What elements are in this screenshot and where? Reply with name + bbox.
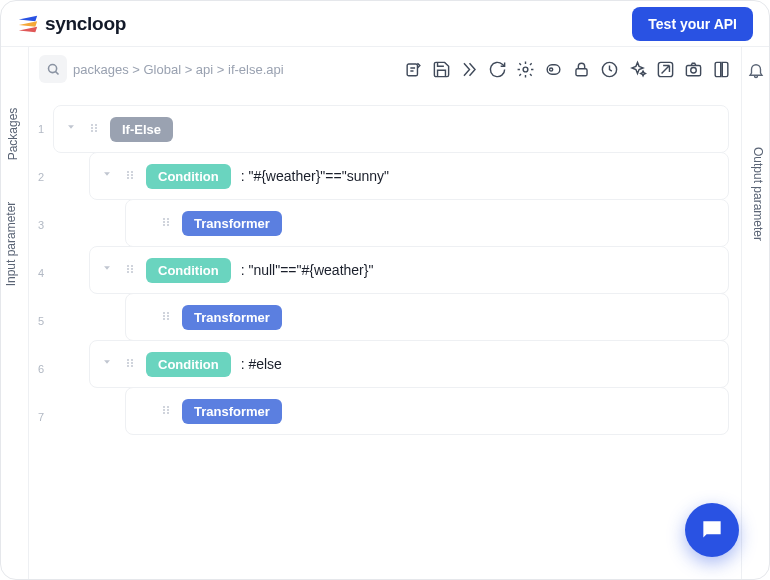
drag-handle-icon[interactable]	[124, 167, 136, 185]
edit-note-icon[interactable]	[404, 60, 423, 79]
svg-point-44	[131, 362, 133, 364]
line-number: 3	[29, 201, 53, 249]
chat-fab-button[interactable]	[685, 503, 739, 557]
svg-point-31	[127, 268, 129, 270]
svg-point-17	[127, 171, 129, 173]
line-number: 5	[29, 297, 53, 345]
svg-point-29	[127, 265, 129, 267]
condition-chip: Condition	[146, 258, 231, 283]
packages-tab[interactable]: Packages	[6, 108, 20, 161]
drag-handle-icon[interactable]	[124, 261, 136, 279]
svg-point-49	[163, 409, 165, 411]
svg-point-13	[91, 127, 93, 129]
svg-point-24	[167, 218, 169, 220]
svg-point-5	[550, 67, 553, 70]
test-api-button[interactable]: Test your API	[632, 7, 753, 41]
svg-point-38	[167, 315, 169, 317]
svg-rect-2	[407, 63, 417, 75]
notifications-button[interactable]	[747, 61, 765, 83]
svg-point-27	[163, 224, 165, 226]
svg-point-23	[163, 218, 165, 220]
svg-point-15	[91, 130, 93, 132]
toolbar: packages > Global > api > if-else.api	[29, 47, 741, 91]
svg-point-33	[127, 271, 129, 273]
svg-point-50	[167, 409, 169, 411]
svg-line-1	[55, 71, 58, 74]
condition-expression: : "null"=="#{weather}"	[241, 262, 374, 278]
chevron-down-icon[interactable]	[100, 167, 114, 185]
left-rail: Packages Input parameter	[1, 47, 29, 579]
svg-point-20	[131, 174, 133, 176]
condition-chip: Condition	[146, 164, 231, 189]
flow-row-condition[interactable]: Condition : "#{weather}"=="sunny"	[89, 152, 729, 200]
svg-point-32	[131, 268, 133, 270]
flow-row-transformer[interactable]: Transformer	[125, 293, 729, 341]
svg-point-40	[167, 318, 169, 320]
export-icon[interactable]	[656, 60, 675, 79]
svg-point-3	[523, 67, 528, 72]
ifelse-chip: If-Else	[110, 117, 173, 142]
svg-rect-6	[576, 68, 587, 75]
app-header: syncloop Test your API	[1, 1, 769, 47]
svg-point-25	[163, 221, 165, 223]
brand-name: syncloop	[45, 13, 126, 35]
svg-point-36	[167, 312, 169, 314]
camera-icon[interactable]	[684, 60, 703, 79]
flow-row-transformer[interactable]: Transformer	[125, 387, 729, 435]
search-button[interactable]	[39, 55, 67, 83]
svg-point-11	[91, 124, 93, 126]
drag-handle-icon[interactable]	[160, 214, 172, 232]
drag-handle-icon[interactable]	[160, 308, 172, 326]
svg-rect-53	[707, 526, 718, 528]
toolbar-actions	[404, 60, 731, 79]
svg-point-14	[95, 127, 97, 129]
svg-point-10	[691, 67, 697, 73]
line-number: 2	[29, 153, 53, 201]
svg-point-51	[163, 412, 165, 414]
settings-gear-icon[interactable]	[516, 60, 535, 79]
flow-row-ifelse[interactable]: If-Else	[53, 105, 729, 153]
flow-row-transformer[interactable]: Transformer	[125, 199, 729, 247]
transformer-chip: Transformer	[182, 305, 282, 330]
condition-chip: Condition	[146, 352, 231, 377]
refresh-icon[interactable]	[488, 60, 507, 79]
svg-point-34	[131, 271, 133, 273]
svg-point-41	[127, 359, 129, 361]
chat-icon	[699, 517, 725, 543]
save-icon[interactable]	[432, 60, 451, 79]
book-icon[interactable]	[712, 60, 731, 79]
flow-row-condition[interactable]: Condition : #else	[89, 340, 729, 388]
svg-point-43	[127, 362, 129, 364]
svg-point-39	[163, 318, 165, 320]
clock-icon[interactable]	[600, 60, 619, 79]
input-parameter-tab[interactable]: Input parameter	[4, 202, 18, 287]
svg-point-46	[131, 365, 133, 367]
svg-point-28	[167, 224, 169, 226]
output-parameter-tab[interactable]: Output parameter	[751, 147, 765, 241]
brand-logo: syncloop	[17, 13, 126, 35]
condition-expression: : #else	[241, 356, 282, 372]
svg-point-18	[131, 171, 133, 173]
line-number: 7	[29, 393, 53, 441]
sparkle-icon[interactable]	[628, 60, 647, 79]
svg-point-47	[163, 406, 165, 408]
svg-point-22	[131, 177, 133, 179]
drag-handle-icon[interactable]	[88, 120, 100, 138]
chevron-down-icon[interactable]	[100, 355, 114, 373]
line-number: 4	[29, 249, 53, 297]
svg-rect-54	[707, 529, 715, 531]
flow-tree: If-Else Condition : "#{weather}"=="sunny…	[53, 95, 729, 567]
chevron-down-icon[interactable]	[64, 120, 78, 138]
flow-row-condition[interactable]: Condition : "null"=="#{weather}"	[89, 246, 729, 294]
svg-point-12	[95, 124, 97, 126]
svg-point-16	[95, 130, 97, 132]
run-icon[interactable]	[460, 60, 479, 79]
svg-point-42	[131, 359, 133, 361]
power-icon[interactable]	[544, 60, 563, 79]
drag-handle-icon[interactable]	[124, 355, 136, 373]
drag-handle-icon[interactable]	[160, 402, 172, 420]
line-number: 1	[29, 105, 53, 153]
lock-icon[interactable]	[572, 60, 591, 79]
right-rail: Output parameter	[741, 47, 769, 579]
chevron-down-icon[interactable]	[100, 261, 114, 279]
